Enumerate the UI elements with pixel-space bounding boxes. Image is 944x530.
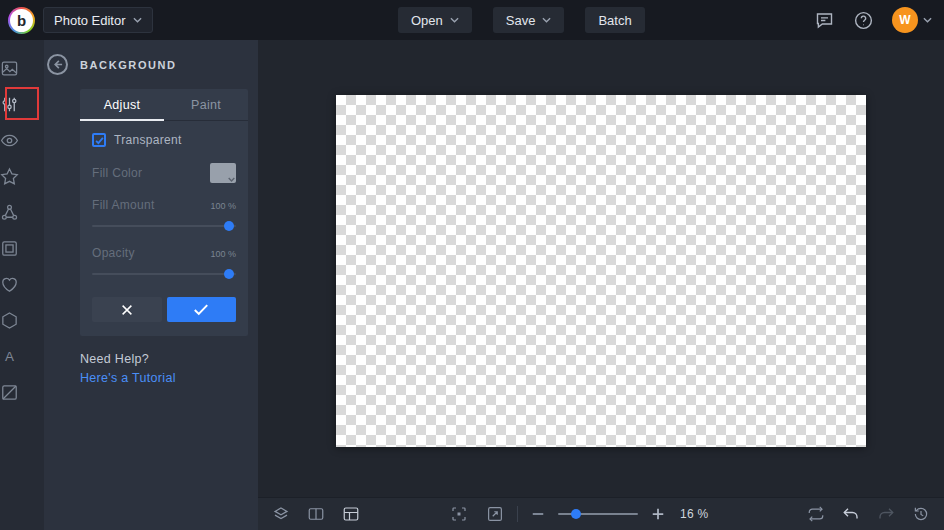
tab-adjust[interactable]: Adjust xyxy=(80,89,164,120)
fit-screen-icon xyxy=(450,505,468,523)
repeat-icon xyxy=(807,505,825,523)
plus-icon xyxy=(651,507,665,521)
fill-amount-value: 100 % xyxy=(210,201,236,211)
tool-graphics-button[interactable] xyxy=(0,194,19,230)
compare-button[interactable] xyxy=(307,505,325,523)
account-menu[interactable]: W xyxy=(892,7,932,33)
top-bar-right: W xyxy=(814,7,932,33)
cancel-button[interactable] xyxy=(92,297,162,322)
tool-frames-button[interactable] xyxy=(0,230,19,266)
slider-handle[interactable] xyxy=(224,269,234,279)
close-icon xyxy=(120,303,134,317)
bottom-bar-right xyxy=(807,505,930,523)
canvas-settings-button[interactable] xyxy=(342,505,360,523)
transparent-label: Transparent xyxy=(114,133,182,147)
chevron-down-icon xyxy=(542,17,551,23)
app-menu-button[interactable]: Photo Editor xyxy=(43,7,153,33)
tutorial-link[interactable]: Here's a Tutorial xyxy=(80,371,248,385)
overlay-icon xyxy=(0,383,19,402)
file-actions: Open Save Batch xyxy=(398,7,645,33)
panel-tabs: Adjust Paint xyxy=(80,89,248,121)
background-panel: BACKGROUND Adjust Paint Transparent Fil xyxy=(44,40,258,530)
picture-icon xyxy=(0,59,19,78)
opacity-slider[interactable] xyxy=(92,269,236,279)
opacity-row: Opacity 100 % xyxy=(92,246,236,260)
zoom-slider-handle[interactable] xyxy=(571,509,581,519)
layers-icon xyxy=(272,505,290,523)
slider-handle[interactable] xyxy=(224,221,234,231)
layers-button[interactable] xyxy=(272,505,290,523)
batch-label: Batch xyxy=(598,13,631,28)
opacity-value: 100 % xyxy=(210,249,236,259)
help-section: Need Help? Here's a Tutorial xyxy=(80,352,248,385)
app-menu-label: Photo Editor xyxy=(54,13,126,28)
back-button[interactable] xyxy=(47,54,68,75)
apply-button[interactable] xyxy=(167,297,237,322)
adjust-card: Adjust Paint Transparent Fill Color xyxy=(80,89,248,336)
transparent-checkbox[interactable] xyxy=(92,133,106,147)
chat-bubble-icon xyxy=(814,10,835,31)
fill-amount-row: Fill Amount 100 % xyxy=(92,198,236,212)
svg-text:A: A xyxy=(5,348,14,363)
arrow-left-icon xyxy=(52,59,63,70)
open-button[interactable]: Open xyxy=(398,7,472,33)
top-bar: b Photo Editor Open Save Batch xyxy=(0,0,944,40)
feedback-button[interactable] xyxy=(814,10,835,31)
tool-artsy-button[interactable] xyxy=(0,158,19,194)
fill-amount-label: Fill Amount xyxy=(92,198,155,212)
app-logo[interactable]: b xyxy=(8,7,35,34)
eye-icon xyxy=(0,131,19,150)
slider-track xyxy=(92,273,236,275)
opacity-label: Opacity xyxy=(92,246,135,260)
question-mark-icon xyxy=(853,10,874,31)
help-button[interactable] xyxy=(853,10,874,31)
expand-icon xyxy=(486,505,504,523)
text-icon: A xyxy=(0,347,19,366)
batch-button[interactable]: Batch xyxy=(585,7,644,33)
tool-edit-button[interactable] xyxy=(0,86,19,122)
tool-textures-button[interactable] xyxy=(0,302,19,338)
fill-color-label: Fill Color xyxy=(92,166,142,180)
fullscreen-button[interactable] xyxy=(486,505,504,523)
undo-button[interactable] xyxy=(842,505,860,523)
save-button[interactable]: Save xyxy=(493,7,565,33)
zoom-slider[interactable] xyxy=(558,509,638,519)
tool-touchup-button[interactable] xyxy=(0,266,19,302)
fill-color-swatch[interactable] xyxy=(210,163,236,183)
tool-image-manager-button[interactable] xyxy=(0,50,19,86)
chevron-down-icon xyxy=(228,177,235,182)
tool-effects-button[interactable] xyxy=(0,122,19,158)
zoom-out-button[interactable] xyxy=(531,507,545,521)
tab-paint[interactable]: Paint xyxy=(164,89,248,120)
tool-overlays-button[interactable] xyxy=(0,374,19,410)
tool-strip: A xyxy=(0,40,44,530)
history-clock-icon xyxy=(912,505,930,523)
heart-icon xyxy=(0,275,19,294)
panel-header: BACKGROUND xyxy=(44,40,258,83)
reset-button[interactable] xyxy=(807,505,825,523)
transparent-checkbox-row[interactable]: Transparent xyxy=(92,133,236,147)
zoom-value: 16 % xyxy=(680,507,709,521)
nodes-icon xyxy=(0,203,19,222)
logo-letter: b xyxy=(10,9,33,32)
fill-amount-slider[interactable] xyxy=(92,221,236,231)
redo-button[interactable] xyxy=(877,505,895,523)
before-after-icon xyxy=(307,505,325,523)
help-heading: Need Help? xyxy=(80,352,248,366)
bottom-bar-mid xyxy=(450,505,504,523)
canvas[interactable] xyxy=(336,95,866,447)
fit-screen-button[interactable] xyxy=(450,505,468,523)
zoom-in-button[interactable] xyxy=(651,507,665,521)
star-icon xyxy=(0,167,19,186)
history-button[interactable] xyxy=(912,505,930,523)
minus-icon xyxy=(531,507,545,521)
bottom-bar: 16 % xyxy=(258,497,944,530)
tool-text-button[interactable]: A xyxy=(0,338,19,374)
check-icon xyxy=(95,136,104,145)
panel-title: BACKGROUND xyxy=(80,59,177,71)
undo-arrow-icon xyxy=(842,505,860,523)
redo-arrow-icon xyxy=(877,505,895,523)
save-label: Save xyxy=(506,13,536,28)
photo-editor-app: b Photo Editor Open Save Batch xyxy=(0,0,944,530)
confirm-button-row xyxy=(92,297,236,322)
